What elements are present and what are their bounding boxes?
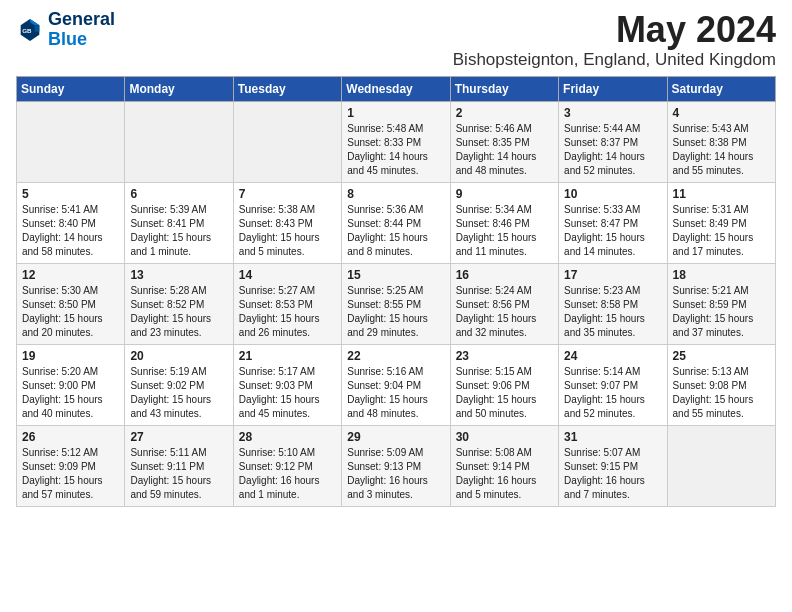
calendar-week: 1Sunrise: 5:48 AMSunset: 8:33 PMDaylight… [17, 101, 776, 182]
day-number: 2 [456, 106, 553, 120]
calendar-cell [17, 101, 125, 182]
day-info: Sunrise: 5:24 AMSunset: 8:56 PMDaylight:… [456, 284, 553, 340]
day-info: Sunrise: 5:23 AMSunset: 8:58 PMDaylight:… [564, 284, 661, 340]
day-number: 3 [564, 106, 661, 120]
calendar-header: SundayMondayTuesdayWednesdayThursdayFrid… [17, 76, 776, 101]
day-info: Sunrise: 5:48 AMSunset: 8:33 PMDaylight:… [347, 122, 444, 178]
calendar-cell: 2Sunrise: 5:46 AMSunset: 8:35 PMDaylight… [450, 101, 558, 182]
calendar-cell: 23Sunrise: 5:15 AMSunset: 9:06 PMDayligh… [450, 344, 558, 425]
title-month: May 2024 [453, 10, 776, 50]
day-number: 7 [239, 187, 336, 201]
day-info: Sunrise: 5:20 AMSunset: 9:00 PMDaylight:… [22, 365, 119, 421]
day-number: 5 [22, 187, 119, 201]
header-day: Saturday [667, 76, 775, 101]
calendar-cell: 24Sunrise: 5:14 AMSunset: 9:07 PMDayligh… [559, 344, 667, 425]
calendar-cell: 20Sunrise: 5:19 AMSunset: 9:02 PMDayligh… [125, 344, 233, 425]
day-number: 18 [673, 268, 770, 282]
day-number: 4 [673, 106, 770, 120]
calendar-cell: 10Sunrise: 5:33 AMSunset: 8:47 PMDayligh… [559, 182, 667, 263]
day-info: Sunrise: 5:15 AMSunset: 9:06 PMDaylight:… [456, 365, 553, 421]
calendar-cell: 31Sunrise: 5:07 AMSunset: 9:15 PMDayligh… [559, 425, 667, 506]
calendar-table: SundayMondayTuesdayWednesdayThursdayFrid… [16, 76, 776, 507]
day-number: 15 [347, 268, 444, 282]
calendar-week: 19Sunrise: 5:20 AMSunset: 9:00 PMDayligh… [17, 344, 776, 425]
day-info: Sunrise: 5:31 AMSunset: 8:49 PMDaylight:… [673, 203, 770, 259]
calendar-cell: 12Sunrise: 5:30 AMSunset: 8:50 PMDayligh… [17, 263, 125, 344]
calendar-cell [667, 425, 775, 506]
day-info: Sunrise: 5:09 AMSunset: 9:13 PMDaylight:… [347, 446, 444, 502]
day-info: Sunrise: 5:13 AMSunset: 9:08 PMDaylight:… [673, 365, 770, 421]
day-info: Sunrise: 5:21 AMSunset: 8:59 PMDaylight:… [673, 284, 770, 340]
day-info: Sunrise: 5:38 AMSunset: 8:43 PMDaylight:… [239, 203, 336, 259]
calendar-cell: 30Sunrise: 5:08 AMSunset: 9:14 PMDayligh… [450, 425, 558, 506]
calendar-cell: 11Sunrise: 5:31 AMSunset: 8:49 PMDayligh… [667, 182, 775, 263]
title-block: May 2024 Bishopsteignton, England, Unite… [453, 10, 776, 70]
day-info: Sunrise: 5:19 AMSunset: 9:02 PMDaylight:… [130, 365, 227, 421]
calendar-page: GB General Blue May 2024 Bishopsteignton… [0, 0, 792, 523]
day-number: 11 [673, 187, 770, 201]
day-info: Sunrise: 5:16 AMSunset: 9:04 PMDaylight:… [347, 365, 444, 421]
calendar-cell: 14Sunrise: 5:27 AMSunset: 8:53 PMDayligh… [233, 263, 341, 344]
svg-text:GB: GB [22, 27, 32, 34]
day-number: 20 [130, 349, 227, 363]
calendar-cell: 4Sunrise: 5:43 AMSunset: 8:38 PMDaylight… [667, 101, 775, 182]
calendar-cell: 7Sunrise: 5:38 AMSunset: 8:43 PMDaylight… [233, 182, 341, 263]
calendar-cell: 25Sunrise: 5:13 AMSunset: 9:08 PMDayligh… [667, 344, 775, 425]
day-info: Sunrise: 5:14 AMSunset: 9:07 PMDaylight:… [564, 365, 661, 421]
header: GB General Blue May 2024 Bishopsteignton… [16, 10, 776, 70]
calendar-cell: 13Sunrise: 5:28 AMSunset: 8:52 PMDayligh… [125, 263, 233, 344]
calendar-cell: 6Sunrise: 5:39 AMSunset: 8:41 PMDaylight… [125, 182, 233, 263]
day-info: Sunrise: 5:33 AMSunset: 8:47 PMDaylight:… [564, 203, 661, 259]
calendar-cell: 21Sunrise: 5:17 AMSunset: 9:03 PMDayligh… [233, 344, 341, 425]
calendar-cell: 8Sunrise: 5:36 AMSunset: 8:44 PMDaylight… [342, 182, 450, 263]
logo-text: General Blue [48, 10, 115, 50]
day-info: Sunrise: 5:36 AMSunset: 8:44 PMDaylight:… [347, 203, 444, 259]
day-number: 30 [456, 430, 553, 444]
header-day: Tuesday [233, 76, 341, 101]
day-info: Sunrise: 5:07 AMSunset: 9:15 PMDaylight:… [564, 446, 661, 502]
day-number: 25 [673, 349, 770, 363]
day-info: Sunrise: 5:27 AMSunset: 8:53 PMDaylight:… [239, 284, 336, 340]
day-number: 22 [347, 349, 444, 363]
calendar-cell: 5Sunrise: 5:41 AMSunset: 8:40 PMDaylight… [17, 182, 125, 263]
calendar-cell: 27Sunrise: 5:11 AMSunset: 9:11 PMDayligh… [125, 425, 233, 506]
day-info: Sunrise: 5:25 AMSunset: 8:55 PMDaylight:… [347, 284, 444, 340]
day-number: 13 [130, 268, 227, 282]
day-number: 24 [564, 349, 661, 363]
header-day: Sunday [17, 76, 125, 101]
logo-icon: GB [16, 16, 44, 44]
header-day: Thursday [450, 76, 558, 101]
day-info: Sunrise: 5:41 AMSunset: 8:40 PMDaylight:… [22, 203, 119, 259]
header-day: Monday [125, 76, 233, 101]
day-number: 8 [347, 187, 444, 201]
day-info: Sunrise: 5:43 AMSunset: 8:38 PMDaylight:… [673, 122, 770, 178]
day-info: Sunrise: 5:12 AMSunset: 9:09 PMDaylight:… [22, 446, 119, 502]
day-info: Sunrise: 5:17 AMSunset: 9:03 PMDaylight:… [239, 365, 336, 421]
calendar-week: 5Sunrise: 5:41 AMSunset: 8:40 PMDaylight… [17, 182, 776, 263]
calendar-week: 12Sunrise: 5:30 AMSunset: 8:50 PMDayligh… [17, 263, 776, 344]
day-number: 12 [22, 268, 119, 282]
logo-line1: General [48, 10, 115, 30]
header-row: SundayMondayTuesdayWednesdayThursdayFrid… [17, 76, 776, 101]
calendar-cell: 28Sunrise: 5:10 AMSunset: 9:12 PMDayligh… [233, 425, 341, 506]
day-number: 31 [564, 430, 661, 444]
calendar-cell: 22Sunrise: 5:16 AMSunset: 9:04 PMDayligh… [342, 344, 450, 425]
day-number: 28 [239, 430, 336, 444]
calendar-cell: 29Sunrise: 5:09 AMSunset: 9:13 PMDayligh… [342, 425, 450, 506]
day-info: Sunrise: 5:46 AMSunset: 8:35 PMDaylight:… [456, 122, 553, 178]
calendar-cell: 1Sunrise: 5:48 AMSunset: 8:33 PMDaylight… [342, 101, 450, 182]
day-info: Sunrise: 5:39 AMSunset: 8:41 PMDaylight:… [130, 203, 227, 259]
calendar-cell: 19Sunrise: 5:20 AMSunset: 9:00 PMDayligh… [17, 344, 125, 425]
header-day: Friday [559, 76, 667, 101]
header-day: Wednesday [342, 76, 450, 101]
day-number: 1 [347, 106, 444, 120]
day-info: Sunrise: 5:30 AMSunset: 8:50 PMDaylight:… [22, 284, 119, 340]
calendar-body: 1Sunrise: 5:48 AMSunset: 8:33 PMDaylight… [17, 101, 776, 506]
calendar-cell: 9Sunrise: 5:34 AMSunset: 8:46 PMDaylight… [450, 182, 558, 263]
day-info: Sunrise: 5:44 AMSunset: 8:37 PMDaylight:… [564, 122, 661, 178]
calendar-week: 26Sunrise: 5:12 AMSunset: 9:09 PMDayligh… [17, 425, 776, 506]
calendar-cell [233, 101, 341, 182]
calendar-cell: 26Sunrise: 5:12 AMSunset: 9:09 PMDayligh… [17, 425, 125, 506]
day-number: 9 [456, 187, 553, 201]
day-number: 10 [564, 187, 661, 201]
